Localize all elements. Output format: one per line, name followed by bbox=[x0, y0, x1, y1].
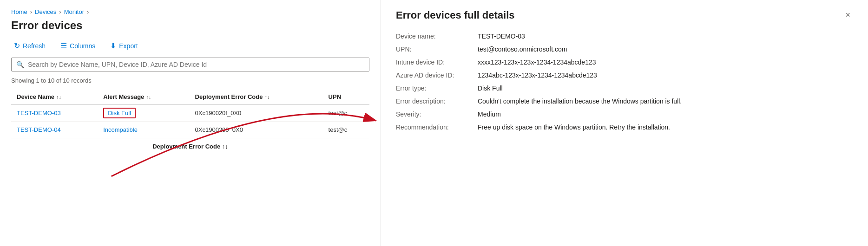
right-panel: Error devices full details × Device name… bbox=[381, 0, 868, 246]
table-row: TEST-DEMO-04Incompatible0Xc1900200_0X0te… bbox=[11, 122, 369, 138]
refresh-icon: ↻ bbox=[14, 41, 20, 50]
detail-label: Error description: bbox=[396, 97, 470, 105]
left-panel: Home › Devices › Monitor › Error devices… bbox=[0, 0, 381, 246]
search-icon: 🔍 bbox=[16, 61, 24, 68]
detail-value: 1234abc-123x-123x-1234-1234abcde123 bbox=[478, 71, 853, 79]
detail-label: Severity: bbox=[396, 110, 470, 118]
device-name-link[interactable]: TEST-DEMO-03 bbox=[17, 110, 61, 117]
breadcrumb-devices[interactable]: Devices bbox=[35, 8, 56, 15]
table-row: TEST-DEMO-03Disk Full0Xc190020f_0X0test@… bbox=[11, 104, 369, 122]
breadcrumb-sep1: › bbox=[30, 8, 32, 15]
breadcrumb: Home › Devices › Monitor › bbox=[11, 8, 369, 15]
detail-label: UPN: bbox=[396, 45, 470, 53]
columns-icon: ☰ bbox=[60, 41, 67, 50]
breadcrumb-sep3: › bbox=[87, 8, 89, 15]
breadcrumb-monitor[interactable]: Monitor bbox=[64, 8, 84, 15]
refresh-button[interactable]: ↻ Refresh bbox=[11, 39, 48, 52]
detail-value: TEST-DEMO-03 bbox=[478, 32, 853, 40]
detail-value: Medium bbox=[478, 110, 853, 118]
search-bar: 🔍 bbox=[11, 58, 369, 71]
detail-value: Couldn't complete the installation becau… bbox=[478, 97, 853, 105]
col-alert-message[interactable]: Alert Message↑↓ bbox=[98, 90, 189, 104]
columns-label: Columns bbox=[70, 42, 95, 50]
breadcrumb-sep2: › bbox=[59, 8, 61, 15]
breadcrumb-home[interactable]: Home bbox=[11, 8, 27, 15]
data-table: Device Name↑↓ Alert Message↑↓ Deployment… bbox=[11, 90, 369, 138]
col-device-name[interactable]: Device Name↑↓ bbox=[11, 90, 98, 104]
export-icon: ⬇ bbox=[110, 41, 116, 50]
search-input[interactable] bbox=[28, 61, 364, 68]
detail-label: Error type: bbox=[396, 84, 470, 92]
columns-button[interactable]: ☰ Columns bbox=[58, 39, 98, 52]
device-name-link[interactable]: TEST-DEMO-04 bbox=[17, 126, 61, 133]
detail-value: xxxx123-123x-123x-1234-1234abcde123 bbox=[478, 58, 853, 66]
records-info: Showing 1 to 10 of 10 records bbox=[11, 77, 369, 84]
detail-label: Recommendation: bbox=[396, 123, 470, 131]
col-error-code[interactable]: Deployment Error Code↑↓ bbox=[190, 90, 323, 104]
panel-header: Error devices full details × bbox=[396, 9, 853, 21]
refresh-label: Refresh bbox=[23, 42, 46, 50]
error-code-cell: 0Xc190020f_0X0 bbox=[190, 104, 323, 122]
col-upn[interactable]: UPN bbox=[323, 90, 369, 104]
detail-label: Azure AD device ID: bbox=[396, 71, 470, 79]
error-code-cell: 0Xc1900200_0X0 bbox=[190, 122, 323, 138]
panel-title: Error devices full details bbox=[396, 9, 515, 21]
detail-value: test@contoso.onmicrosoft.com bbox=[478, 45, 853, 53]
upn-cell: test@c bbox=[323, 104, 369, 122]
upn-cell: test@c bbox=[323, 122, 369, 138]
export-button[interactable]: ⬇ Export bbox=[107, 39, 140, 52]
sort-device-name[interactable]: ↑↓ bbox=[56, 94, 61, 100]
footer-sort: Deployment Error Code ↑↓ bbox=[11, 138, 369, 155]
page-title: Error devices bbox=[11, 19, 369, 32]
export-label: Export bbox=[119, 42, 138, 50]
detail-label: Intune device ID: bbox=[396, 58, 470, 66]
toolbar: ↻ Refresh ☰ Columns ⬇ Export bbox=[11, 39, 369, 52]
alert-badge[interactable]: Disk Full bbox=[103, 108, 136, 118]
close-button[interactable]: × bbox=[842, 9, 853, 21]
sort-alert-message[interactable]: ↑↓ bbox=[146, 94, 151, 100]
sort-error-code[interactable]: ↑↓ bbox=[264, 94, 270, 100]
details-grid: Device name:TEST-DEMO-03UPN:test@contoso… bbox=[396, 32, 853, 131]
alert-link[interactable]: Incompatible bbox=[103, 126, 138, 133]
detail-value: Free up disk space on the Windows partit… bbox=[478, 123, 853, 131]
detail-label: Device name: bbox=[396, 32, 470, 40]
detail-value: Disk Full bbox=[478, 84, 853, 92]
